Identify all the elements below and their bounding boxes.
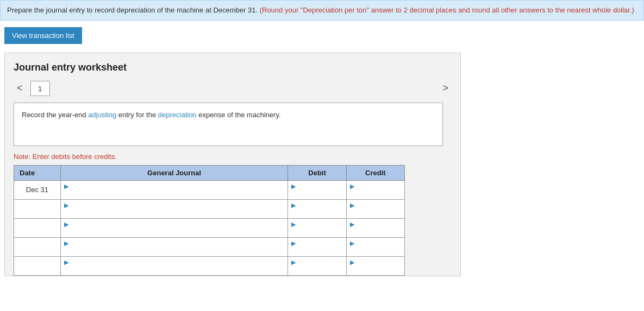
debit-cell-2[interactable]: ▶ <box>288 218 346 237</box>
header-debit: Debit <box>288 165 346 180</box>
instruction-note: (Round your "Depreciation per ton" answe… <box>260 6 634 14</box>
instruction-bar: Prepare the journal entry to record depr… <box>0 0 644 21</box>
credit-input-0[interactable] <box>350 190 401 198</box>
table-row: ▶▶▶ <box>14 237 405 256</box>
credit-input-4[interactable] <box>350 266 401 274</box>
page-number: 1 <box>30 81 50 96</box>
journal-cell-2[interactable]: ▶ <box>60 218 288 237</box>
journal-entry-worksheet: Journal entry worksheet < 1 > Record the… <box>4 53 461 276</box>
debit-input-0[interactable] <box>291 190 342 198</box>
description-depreciation: depreciation <box>158 111 197 119</box>
header-date: Date <box>14 165 61 180</box>
date-cell-4 <box>14 256 61 275</box>
header-credit: Credit <box>346 165 404 180</box>
instruction-main: Prepare the journal entry to record depr… <box>7 6 258 14</box>
worksheet-title: Journal entry worksheet <box>14 62 452 73</box>
table-row: ▶▶▶ <box>14 218 405 237</box>
credit-cell-3[interactable]: ▶ <box>346 237 404 256</box>
journal-input-2[interactable] <box>64 228 285 236</box>
header-general-journal: General Journal <box>60 165 288 180</box>
journal-cell-0[interactable]: ▶ <box>60 180 288 199</box>
debit-input-1[interactable] <box>291 209 342 217</box>
journal-input-0[interactable] <box>64 190 285 198</box>
debit-input-4[interactable] <box>291 266 342 274</box>
debit-cell-1[interactable]: ▶ <box>288 199 346 218</box>
debit-cell-4[interactable]: ▶ <box>288 256 346 275</box>
credit-input-3[interactable] <box>350 247 401 255</box>
credit-cell-4[interactable]: ▶ <box>346 256 404 275</box>
table-header-row: Date General Journal Debit Credit <box>14 165 405 180</box>
credit-input-2[interactable] <box>350 228 401 236</box>
worksheet-description: Record the year-end adjusting entry for … <box>14 103 443 146</box>
table-row: ▶▶▶ <box>14 199 405 218</box>
next-page-button[interactable]: > <box>439 81 452 95</box>
debit-input-2[interactable] <box>291 228 342 236</box>
date-cell-3 <box>14 237 61 256</box>
date-cell-1 <box>14 199 61 218</box>
journal-cell-1[interactable]: ▶ <box>60 199 288 218</box>
debit-cell-0[interactable]: ▶ <box>288 180 346 199</box>
journal-cell-3[interactable]: ▶ <box>60 237 288 256</box>
worksheet-nav: < 1 > <box>14 81 452 96</box>
credit-cell-1[interactable]: ▶ <box>346 199 404 218</box>
prev-page-button[interactable]: < <box>14 81 26 95</box>
credit-cell-2[interactable]: ▶ <box>346 218 404 237</box>
table-row: ▶▶▶ <box>14 256 405 275</box>
journal-cell-4[interactable]: ▶ <box>60 256 288 275</box>
description-adjusting: adjusting <box>88 111 116 119</box>
journal-table: Date General Journal Debit Credit Dec 31… <box>14 165 405 276</box>
debit-credit-note: Note: Enter debits before credits. <box>14 153 452 161</box>
credit-cell-0[interactable]: ▶ <box>346 180 404 199</box>
debit-input-3[interactable] <box>291 247 342 255</box>
date-cell-2 <box>14 218 61 237</box>
journal-input-4[interactable] <box>64 266 285 274</box>
journal-input-1[interactable] <box>64 209 285 217</box>
credit-input-1[interactable] <box>350 209 401 217</box>
debit-cell-3[interactable]: ▶ <box>288 237 346 256</box>
date-cell-0: Dec 31 <box>14 180 61 199</box>
view-transactions-button[interactable]: View transaction list <box>4 27 82 44</box>
journal-input-3[interactable] <box>64 247 285 255</box>
table-row: Dec 31▶▶▶ <box>14 180 405 199</box>
